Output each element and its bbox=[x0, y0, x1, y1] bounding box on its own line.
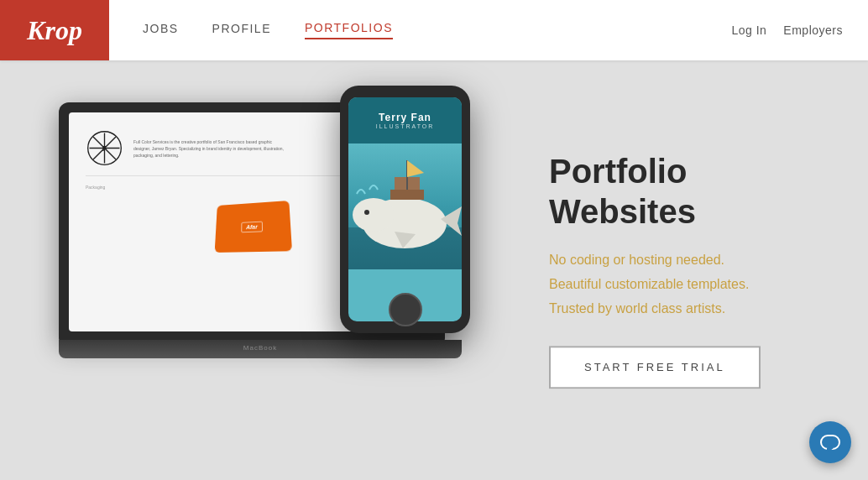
header: Krop JOBS PROFILE PORTFOLIOS Log In Empl… bbox=[0, 0, 868, 60]
laptop-text-block: Full Color Services is the creative port… bbox=[133, 138, 285, 159]
start-free-trial-button[interactable]: START FREE TRIAL bbox=[549, 347, 761, 389]
logo-area[interactable]: Krop bbox=[0, 0, 109, 60]
phone-screen-image bbox=[348, 143, 462, 269]
orange-box: Afar bbox=[215, 201, 292, 253]
logo: Krop bbox=[27, 15, 82, 46]
login-link[interactable]: Log In bbox=[731, 23, 766, 37]
nav-portfolios[interactable]: PORTFOLIOS bbox=[305, 21, 393, 39]
phone-home-button[interactable] bbox=[389, 293, 422, 326]
phone-subtitle: Illustrator bbox=[376, 123, 435, 129]
brand-cross-icon: F bbox=[86, 129, 123, 167]
svg-point-9 bbox=[364, 210, 369, 215]
hero-section: F Full Color Services is the creative po… bbox=[0, 60, 868, 480]
main-nav: JOBS PROFILE PORTFOLIOS bbox=[143, 21, 731, 39]
employers-link[interactable]: Employers bbox=[783, 23, 843, 37]
orange-box-label: Afar bbox=[241, 221, 263, 232]
svg-rect-10 bbox=[390, 190, 424, 200]
whale-illustration-icon bbox=[348, 143, 462, 269]
hero-subtitle-line2: Beautiful customizable templates. bbox=[549, 273, 818, 297]
nav-jobs[interactable]: JOBS bbox=[143, 22, 179, 39]
svg-point-8 bbox=[353, 198, 395, 232]
svg-text:F: F bbox=[102, 144, 107, 153]
hero-text: Portfolio Websites No coding or hosting … bbox=[549, 151, 818, 389]
nav-right: Log In Employers bbox=[731, 23, 843, 37]
hero-subtitle: No coding or hosting needed. Beautiful c… bbox=[549, 248, 818, 321]
hero-subtitle-line1: No coding or hosting needed. bbox=[549, 248, 818, 273]
hero-subtitle-line3: Trusted by world class artists. bbox=[549, 297, 818, 321]
phone-name: Terry Fan bbox=[379, 112, 431, 123]
devices-area: F Full Color Services is the creative po… bbox=[42, 69, 512, 480]
phone-mockup: Terry Fan Illustrator bbox=[340, 86, 470, 333]
phone-body: Terry Fan Illustrator bbox=[340, 86, 470, 333]
phone-screen-header: Terry Fan Illustrator bbox=[348, 97, 462, 143]
laptop-base bbox=[59, 340, 462, 358]
chat-bubble-button[interactable] bbox=[809, 421, 851, 463]
phone-screen: Terry Fan Illustrator bbox=[348, 97, 462, 321]
chat-icon bbox=[820, 435, 840, 450]
hero-title: Portfolio Websites bbox=[549, 151, 818, 232]
nav-profile[interactable]: PROFILE bbox=[212, 22, 271, 39]
